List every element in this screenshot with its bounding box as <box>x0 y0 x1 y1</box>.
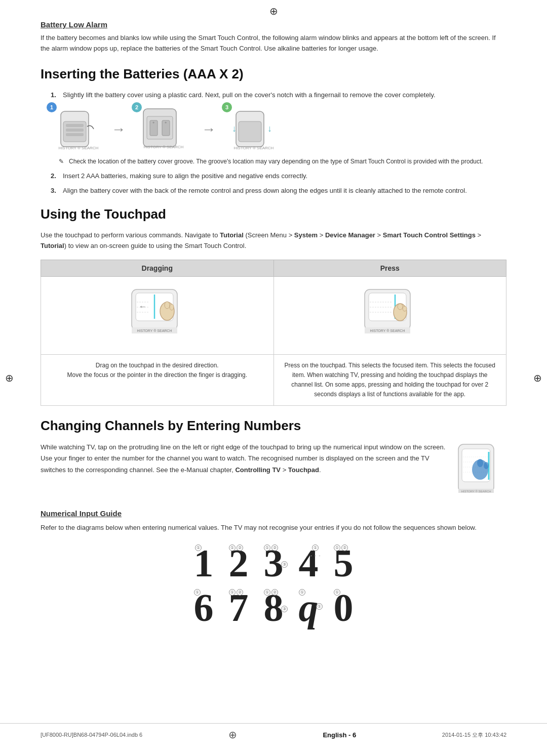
digits-row-2: ① 6 ① ② 7 ① ② <box>41 588 506 627</box>
channels-section: Changing Channels by Entering Numbers Wh… <box>41 418 506 499</box>
digit-4-dot: - - - - <box>306 553 321 558</box>
svg-point-49 <box>477 459 483 467</box>
page-footer: [UF8000-RU]BN68-04794P-06L04.indb 6 ⊕ En… <box>0 723 547 741</box>
channels-content: While watching TV, tap on the protruding… <box>41 442 506 499</box>
svg-text:↓: ↓ <box>232 123 237 134</box>
press-desc: Press on the touchpad. This selects the … <box>274 354 506 406</box>
step-3: 3. Align the battery cover with the back… <box>51 186 506 196</box>
footer-right: 2014-01-15 오후 10:43:42 <box>442 731 506 739</box>
battery-body: If the battery becomes and blanks low wh… <box>41 33 506 54</box>
press-img-cell: HISTORY ® SEARCH <box>274 276 506 354</box>
svg-point-37 <box>398 304 403 310</box>
inserting-heading: Inserting the Batteries (AAA X 2) <box>41 66 506 82</box>
touchpad-bold: Touchpad <box>288 466 319 474</box>
digits-row-1: ① 1 ① ② 2 ① ② <box>41 543 506 583</box>
svg-rect-2 <box>66 124 84 127</box>
numerical-title: Numerical Input Guide <box>41 509 506 518</box>
remote-img-2: + + HISTORY ® SEARCH <box>136 106 191 152</box>
digit-5: ① ② 5 <box>334 543 354 583</box>
footer-center: English - 6 <box>323 731 356 739</box>
dragging-svg: ← HISTORY ® SEARCH <box>116 287 198 343</box>
footer-reg-mark-bottom: ⊕ <box>228 729 237 741</box>
digit-0-circles: ① <box>334 589 340 596</box>
arrow-2: → <box>202 106 216 138</box>
digit-2-circles: ① ② <box>229 544 243 551</box>
digit-9: ① q ① <box>299 588 319 627</box>
channels-heading: Changing Channels by Entering Numbers <box>41 418 506 434</box>
digit-2: ① ② 2 <box>229 543 249 583</box>
device-manager-bold: Device Manager <box>325 231 375 239</box>
battery-section: Battery Low Alarm If the battery becomes… <box>41 20 506 54</box>
press-header: Press <box>274 260 506 276</box>
svg-point-50 <box>484 462 489 469</box>
touchpad-section: Using the Touchpad Use the touchpad to p… <box>41 206 506 406</box>
digit-1-circle: ① <box>195 544 202 551</box>
svg-text:HISTORY ® SEARCH: HISTORY ® SEARCH <box>461 490 491 493</box>
svg-text:↓: ↓ <box>267 123 272 134</box>
digit-9-circle-extra: ① <box>316 603 323 610</box>
remote-img-1: HISTORY ® SEARCH <box>51 106 101 152</box>
tutorial-bold: Tutorial <box>220 231 244 239</box>
steps-list-2-3: 2. Insert 2 AAA batteries, making sure t… <box>51 171 506 196</box>
svg-point-27 <box>170 304 174 310</box>
battery-title: Battery Low Alarm <box>41 20 506 29</box>
digits-display: ① 1 ① ② 2 ① ② <box>41 543 506 627</box>
step-1-text: Slightly lift the battery cover using a … <box>63 91 436 99</box>
svg-point-26 <box>165 302 170 309</box>
step-1-num: 1. <box>51 90 56 101</box>
numerical-body: Refer to the diagrams below when enterin… <box>41 523 506 533</box>
steps-list: 1. Slightly lift the battery cover using… <box>51 90 506 101</box>
tutorial-bold-2: Tutorial <box>41 242 64 249</box>
channels-body: While watching TV, tap on the protruding… <box>41 442 446 475</box>
numerical-section: Numerical Input Guide Refer to the diagr… <box>41 509 506 627</box>
inserting-batteries-section: Inserting the Batteries (AAA X 2) 1. Sli… <box>41 66 506 196</box>
digit-4: ① 4 - - - - <box>299 543 319 583</box>
digit-4-circles: ① <box>312 544 319 551</box>
step-1: 1. Slightly lift the battery cover using… <box>51 90 506 101</box>
press-svg: HISTORY ® SEARCH <box>349 287 431 343</box>
step-2-text: Insert 2 AAA batteries, making sure to a… <box>63 172 307 180</box>
remote-img-3: ↓ ↓ HISTORY ® SEARCH <box>226 106 282 152</box>
svg-text:+: + <box>152 120 155 125</box>
svg-text:HISTORY ® SEARCH: HISTORY ® SEARCH <box>144 145 184 149</box>
step-1-note: ✎ Check the location of the battery cove… <box>51 157 506 166</box>
digit-6: ① 6 <box>194 588 214 627</box>
digit-8: ① ② 8 ③ <box>264 588 284 627</box>
touchpad-table: Dragging Press <box>41 260 506 406</box>
touchpad-intro: Use the touchpad to perform various comm… <box>41 230 506 251</box>
settings-bold: Smart Touch Control Settings <box>383 231 476 239</box>
controlling-tv-bold: Controlling TV <box>235 466 281 474</box>
digit-7-circles: ① ② <box>229 589 243 596</box>
svg-rect-3 <box>66 129 84 132</box>
digit-3: ① ② 3 ③ <box>264 543 284 583</box>
dragging-desc: Drag on the touchpad in the desired dire… <box>41 354 274 406</box>
digit-1: ① 1 <box>194 543 214 583</box>
svg-text:HISTORY ® SEARCH: HISTORY ® SEARCH <box>59 146 99 150</box>
svg-point-38 <box>403 306 407 311</box>
digit-5-circles: ① ② <box>334 544 348 551</box>
note-text: Check the location of the battery cover … <box>69 158 483 165</box>
digit-6-circles: ① <box>194 589 201 596</box>
svg-rect-14 <box>239 121 261 142</box>
svg-rect-4 <box>66 133 84 136</box>
digit-3-circle-extra: ③ <box>281 561 288 568</box>
step-2-num: 2. <box>51 171 56 182</box>
system-bold: System <box>294 231 318 239</box>
step-2-img: 2 + + HISTORY ® SEARCH <box>136 106 191 152</box>
step-3-text: Align the battery cover with the back of… <box>63 187 467 194</box>
step-images: 1 HISTORY ® SEARCH → 2 <box>51 106 506 152</box>
dragging-img-cell: ← HISTORY ® SEARCH <box>41 276 274 354</box>
page-container: Battery Low Alarm If the battery becomes… <box>0 0 547 756</box>
dragging-header: Dragging <box>41 260 274 276</box>
svg-text:+: + <box>165 120 167 125</box>
svg-text:←: ← <box>139 302 147 311</box>
digit-7: ① ② 7 <box>229 588 249 627</box>
digit-9-circles: ① <box>299 589 305 596</box>
step-3-num: 3. <box>51 186 56 196</box>
step-1-img: 1 HISTORY ® SEARCH <box>51 106 101 152</box>
note-icon: ✎ <box>59 157 64 166</box>
channel-remote-svg: HISTORY ® SEARCH <box>456 442 501 497</box>
svg-text:HISTORY ® SEARCH: HISTORY ® SEARCH <box>234 146 274 150</box>
footer-left: [UF8000-RU]BN68-04794P-06L04.indb 6 <box>41 732 142 738</box>
digit-8-circle-3: ③ <box>281 606 288 612</box>
